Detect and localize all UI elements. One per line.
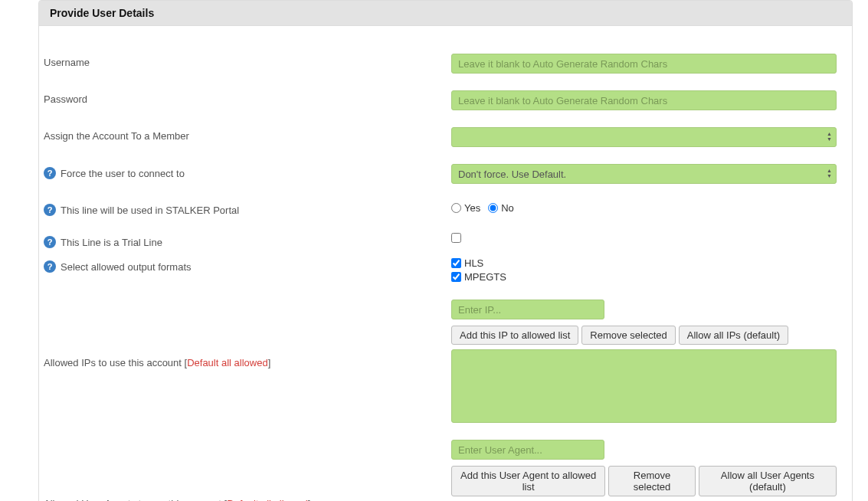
- stalker-yes-radio[interactable]: [451, 203, 461, 213]
- allowed-agent-input[interactable]: [451, 440, 604, 460]
- label-assign-member: Assign the Account To a Member: [44, 130, 189, 142]
- format-hls-checkbox[interactable]: [451, 258, 461, 268]
- password-input[interactable]: [451, 90, 837, 110]
- assign-member-select[interactable]: [451, 127, 837, 147]
- panel-title: Provide User Details: [39, 1, 852, 26]
- row-allowed-ips: Allowed IPs to use this account [Default…: [44, 300, 847, 423]
- label-stalker: This line will be used in STALKER Portal: [61, 205, 239, 216]
- label-password: Password: [44, 93, 87, 105]
- row-force-connect: ? Force the user to connect to Don't for…: [44, 164, 847, 184]
- format-hls-label: HLS: [464, 257, 483, 269]
- username-input[interactable]: [451, 54, 837, 74]
- allowed-agents-label-note: Default all allowed: [227, 498, 308, 502]
- stalker-radio-group: Yes No: [451, 201, 837, 214]
- row-password: Password: [44, 90, 847, 110]
- format-mpegts-checkbox[interactable]: [451, 272, 461, 282]
- label-trial: This Line is a Trial Line: [61, 237, 162, 248]
- allowed-ips-label-suffix: ]: [268, 357, 271, 368]
- trial-checkbox[interactable]: [451, 233, 461, 243]
- allowed-ips-label-prefix: Allowed IPs to use this account [: [44, 357, 187, 368]
- row-formats: ? Select allowed output formats HLS MPEG…: [44, 257, 847, 283]
- form-body: Username Password Assign the Account To …: [39, 26, 852, 501]
- user-details-panel: Provide User Details Username Password: [38, 0, 853, 501]
- remove-ip-button[interactable]: Remove selected: [581, 326, 675, 345]
- force-connect-select[interactable]: Don't force. Use Default.: [451, 164, 837, 184]
- row-assign-member: Assign the Account To a Member ▲▼: [44, 127, 847, 147]
- add-ip-button[interactable]: Add this IP to allowed list: [451, 326, 578, 345]
- allow-all-agents-button[interactable]: Allow all User Agents (default): [699, 466, 837, 496]
- remove-agent-button[interactable]: Remove selected: [608, 466, 696, 496]
- help-icon[interactable]: ?: [44, 260, 56, 273]
- row-allowed-agents: Allowed User Agents to use this account …: [44, 440, 847, 501]
- add-agent-button[interactable]: Add this User Agent to allowed list: [451, 466, 605, 496]
- help-icon[interactable]: ?: [44, 167, 56, 179]
- format-mpegts-label: MPEGTS: [464, 271, 506, 283]
- stalker-yes-label: Yes: [464, 202, 480, 214]
- help-icon[interactable]: ?: [44, 236, 56, 248]
- allowed-agents-label-prefix: Allowed User Agents to use this account …: [44, 498, 227, 502]
- label-formats: Select allowed output formats: [61, 261, 192, 273]
- formats-group: HLS MPEGTS: [451, 257, 837, 283]
- label-allowed-agents: Allowed User Agents to use this account …: [44, 498, 310, 502]
- allowed-ips-label-note: Default all allowed: [187, 357, 268, 368]
- label-username: Username: [44, 57, 90, 68]
- label-allowed-ips: Allowed IPs to use this account [Default…: [44, 357, 270, 368]
- row-trial: ? This Line is a Trial Line: [44, 233, 847, 248]
- help-icon[interactable]: ?: [44, 204, 56, 216]
- label-force-connect: Force the user to connect to: [61, 168, 185, 179]
- allowed-ip-input[interactable]: [451, 300, 604, 319]
- allowed-ips-listbox[interactable]: [451, 349, 837, 423]
- allow-all-ips-button[interactable]: Allow all IPs (default): [679, 326, 788, 345]
- allowed-agents-label-suffix: ]: [308, 498, 311, 502]
- row-username: Username: [44, 54, 847, 74]
- stalker-no-label: No: [501, 202, 514, 214]
- row-stalker: ? This line will be used in STALKER Port…: [44, 201, 847, 216]
- stalker-no-radio[interactable]: [488, 203, 498, 213]
